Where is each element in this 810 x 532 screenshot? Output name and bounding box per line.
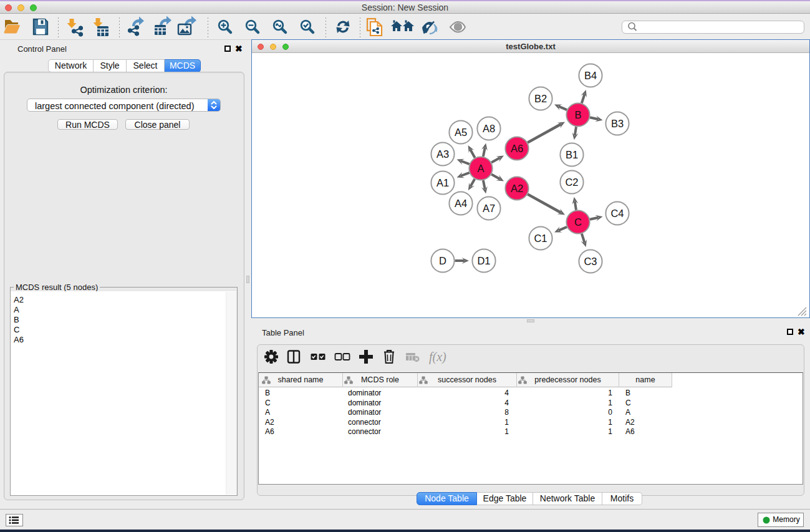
svg-text:A4: A4 [455, 198, 467, 209]
svg-text:A1: A1 [436, 177, 449, 188]
svg-text:A: A [477, 163, 484, 174]
svg-text:f(x): f(x) [429, 350, 446, 364]
svg-text:C2: C2 [565, 177, 578, 188]
svg-text:B2: B2 [534, 93, 547, 104]
svg-text:D: D [439, 255, 446, 266]
svg-text:B4: B4 [584, 70, 597, 81]
svg-text:A5: A5 [455, 127, 467, 138]
svg-text:B: B [574, 109, 581, 120]
svg-text:A3: A3 [436, 148, 449, 160]
svg-text:C3: C3 [584, 256, 597, 267]
svg-text:B1: B1 [566, 149, 578, 160]
svg-text:A7: A7 [483, 203, 495, 214]
svg-text:D1: D1 [477, 255, 490, 266]
svg-text:C4: C4 [610, 208, 624, 219]
svg-text:B3: B3 [611, 118, 624, 129]
svg-text:C1: C1 [534, 233, 547, 244]
svg-text:A8: A8 [483, 123, 495, 134]
svg-text:A2: A2 [511, 183, 523, 194]
svg-text:C: C [574, 216, 582, 228]
svg-text:A6: A6 [511, 143, 523, 154]
